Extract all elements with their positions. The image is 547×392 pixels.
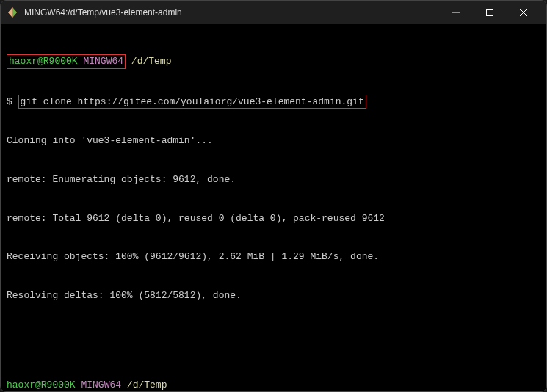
- output-line: remote: Enumerating objects: 9612, done.: [7, 173, 540, 186]
- minimize-button[interactable]: [439, 1, 473, 24]
- svg-rect-0: [487, 10, 493, 16]
- app-icon: [7, 7, 18, 18]
- prompt-user: haoxr@R9000K: [9, 56, 78, 67]
- prompt-host: MINGW64: [81, 380, 121, 391]
- window-title: MINGW64:/d/Temp/vue3-element-admin: [24, 7, 439, 18]
- titlebar[interactable]: MINGW64:/d/Temp/vue3-element-admin: [1, 1, 546, 24]
- output-line: Receiving objects: 100% (9612/9612), 2.6…: [7, 250, 540, 264]
- maximize-button[interactable]: [473, 1, 507, 24]
- command-text: git clone https://gitee.com/youlaiorg/vu…: [21, 96, 364, 107]
- output-line: remote: Total 9612 (delta 0), reused 0 (…: [7, 212, 540, 225]
- window-controls: [439, 1, 540, 24]
- terminal-body[interactable]: haoxr@R9000K MINGW64 /d/Temp $ git clone…: [1, 24, 546, 391]
- prompt-line: haoxr@R9000K MINGW64 /d/Temp: [7, 54, 540, 69]
- prompt-host: MINGW64: [83, 56, 123, 67]
- prompt-path: /d/Temp: [131, 56, 172, 67]
- command-line: $ git clone https://gitee.com/youlaiorg/…: [7, 95, 540, 109]
- prompt-path: /d/Temp: [127, 380, 167, 391]
- prompt-line: haoxr@R9000K MINGW64 /d/Temp: [7, 379, 540, 391]
- output-line: Cloning into 'vue3-element-admin'...: [7, 134, 540, 148]
- dollar-sign: $: [7, 96, 18, 107]
- terminal-window: MINGW64:/d/Temp/vue3-element-admin haoxr…: [0, 0, 547, 392]
- close-button[interactable]: [507, 1, 540, 24]
- prompt-user: haoxr@R9000K: [7, 380, 76, 391]
- blank-line: [7, 328, 540, 341]
- output-line: Resolving deltas: 100% (5812/5812), done…: [7, 289, 540, 302]
